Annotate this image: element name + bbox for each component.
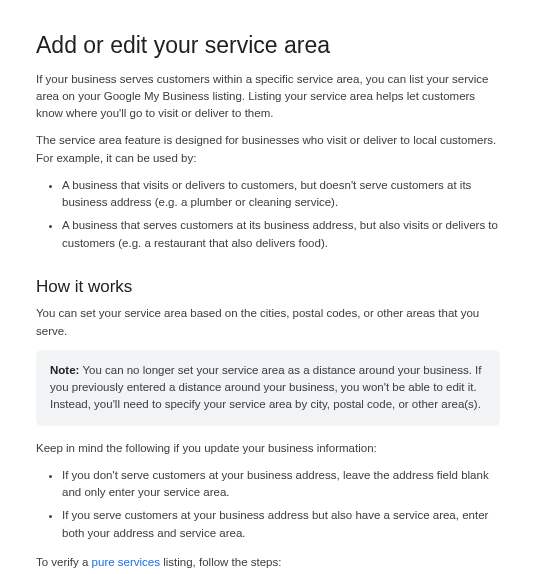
list-item: A business that serves customers at its … [62,217,500,252]
note-label: Note: [50,364,79,376]
list-item: If you serve customers at your business … [62,507,500,542]
note-callout: Note: You can no longer set your service… [36,350,500,426]
intro-paragraph-2: The service area feature is designed for… [36,132,500,167]
examples-list: A business that visits or delivers to cu… [36,177,500,252]
how-it-works-intro: You can set your service area based on t… [36,305,500,340]
list-item: A business that visits or delivers to cu… [62,177,500,212]
note-body: You can no longer set your service area … [50,364,482,411]
verify-intro: To verify a pure services listing, follo… [36,554,500,571]
list-item: If you don't serve customers at your bus… [62,467,500,502]
keep-in-mind-intro: Keep in mind the following if you update… [36,440,500,457]
how-it-works-heading: How it works [36,274,500,300]
pure-services-link[interactable]: pure services [92,556,160,568]
keep-in-mind-list: If you don't serve customers at your bus… [36,467,500,542]
intro-paragraph-1: If your business serves customers within… [36,71,500,123]
page-title: Add or edit your service area [36,28,500,63]
